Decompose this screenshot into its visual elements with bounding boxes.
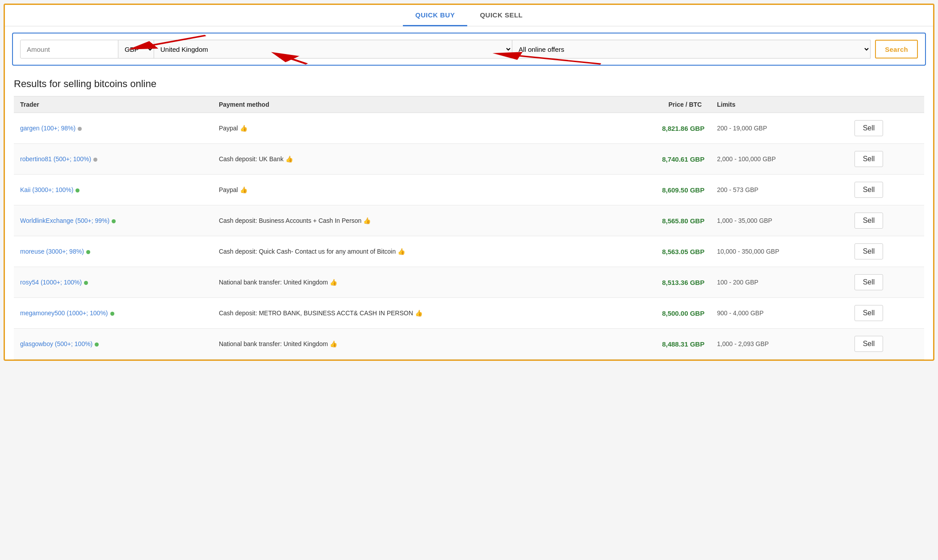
payment-method-text: Paypal bbox=[219, 186, 238, 193]
table-row: robertino81 (500+; 100%)Cash deposit: UK… bbox=[14, 144, 924, 175]
tab-quick-buy[interactable]: QUICK BUY bbox=[403, 5, 468, 26]
trader-cell: WorldlinkExchange (500+; 99%) bbox=[14, 205, 213, 236]
payment-cell: National bank transfer: United Kingdom👍 bbox=[213, 267, 610, 298]
table-header-row: Trader Payment method Price / BTC Limits bbox=[14, 96, 924, 113]
payment-cell: Cash deposit: METRO BANK, BUSINESS ACCT&… bbox=[213, 298, 610, 329]
online-status-dot bbox=[75, 188, 80, 192]
thumbs-up-icon: 👍 bbox=[415, 309, 423, 317]
price-value: 8,821.86 GBP bbox=[662, 125, 704, 132]
limits-cell: 900 - 4,000 GBP bbox=[711, 298, 848, 329]
results-title: Results for selling bitcoins online bbox=[14, 78, 924, 90]
payment-method-text: National bank transfer: United Kingdom bbox=[219, 279, 328, 286]
payment-cell: National bank transfer: United Kingdom👍 bbox=[213, 329, 610, 359]
thumbs-up-icon: 👍 bbox=[363, 217, 371, 224]
trader-name[interactable]: glasgowboy (500+; 100%) bbox=[20, 340, 92, 347]
price-value: 8,488.31 GBP bbox=[662, 340, 704, 348]
payment-cell: Cash deposit: UK Bank👍 bbox=[213, 144, 610, 175]
table-row: rosy54 (1000+; 100%)National bank transf… bbox=[14, 267, 924, 298]
col-action bbox=[848, 96, 924, 113]
sell-cell: Sell bbox=[848, 113, 924, 144]
sell-cell: Sell bbox=[848, 236, 924, 267]
sell-cell: Sell bbox=[848, 175, 924, 205]
price-cell: 8,500.00 GBP bbox=[610, 298, 711, 329]
online-status-dot bbox=[93, 158, 97, 162]
thumbs-up-icon: 👍 bbox=[240, 125, 247, 132]
limits-cell: 10,000 - 350,000 GBP bbox=[711, 236, 848, 267]
online-status-dot bbox=[86, 250, 90, 254]
sell-button[interactable]: Sell bbox=[854, 120, 884, 136]
sell-cell: Sell bbox=[848, 205, 924, 236]
tabs-bar: QUICK BUY QUICK SELL bbox=[5, 5, 933, 26]
payment-method-text: Cash deposit: UK Bank bbox=[219, 155, 284, 163]
col-payment: Payment method bbox=[213, 96, 610, 113]
table-row: megamoney500 (1000+; 100%)Cash deposit: … bbox=[14, 298, 924, 329]
currency-select[interactable]: GBP USD EUR bbox=[118, 40, 154, 59]
sell-button[interactable]: Sell bbox=[854, 243, 884, 259]
limits-cell: 1,000 - 35,000 GBP bbox=[711, 205, 848, 236]
price-cell: 8,565.80 GBP bbox=[610, 205, 711, 236]
online-status-dot bbox=[84, 281, 88, 285]
offers-select[interactable]: All online offers Paypal Bank transfer bbox=[512, 40, 871, 59]
table-row: moreuse (3000+; 98%)Cash deposit: Quick … bbox=[14, 236, 924, 267]
price-cell: 8,740.61 GBP bbox=[610, 144, 711, 175]
online-status-dot bbox=[110, 312, 114, 316]
payment-method-text: Paypal bbox=[219, 125, 238, 132]
sell-cell: Sell bbox=[848, 329, 924, 359]
online-status-dot bbox=[112, 219, 116, 223]
col-limits: Limits bbox=[711, 96, 848, 113]
price-cell: 8,513.36 GBP bbox=[610, 267, 711, 298]
thumbs-up-icon: 👍 bbox=[330, 340, 337, 347]
online-status-dot bbox=[78, 127, 82, 131]
trader-name[interactable]: rosy54 (1000+; 100%) bbox=[20, 279, 82, 286]
sell-button[interactable]: Sell bbox=[854, 336, 884, 352]
thumbs-up-icon: 👍 bbox=[240, 186, 247, 193]
thumbs-up-icon: 👍 bbox=[285, 155, 293, 163]
trader-name[interactable]: moreuse (3000+; 98%) bbox=[20, 248, 84, 255]
trader-name[interactable]: gargen (100+; 98%) bbox=[20, 125, 75, 132]
trader-name[interactable]: robertino81 (500+; 100%) bbox=[20, 155, 91, 163]
limits-cell: 200 - 19,000 GBP bbox=[711, 113, 848, 144]
trader-cell: gargen (100+; 98%) bbox=[14, 113, 213, 144]
sell-button[interactable]: Sell bbox=[854, 274, 884, 290]
price-cell: 8,609.50 GBP bbox=[610, 175, 711, 205]
limits-cell: 100 - 200 GBP bbox=[711, 267, 848, 298]
trader-cell: megamoney500 (1000+; 100%) bbox=[14, 298, 213, 329]
col-price: Price / BTC bbox=[610, 96, 711, 113]
sell-cell: Sell bbox=[848, 144, 924, 175]
table-row: Kaii (3000+; 100%)Paypal👍8,609.50 GBP200… bbox=[14, 175, 924, 205]
payment-cell: Cash deposit: Quick Cash- Contact us for… bbox=[213, 236, 610, 267]
thumbs-up-icon: 👍 bbox=[398, 248, 405, 255]
results-section: Results for selling bitcoins online Trad… bbox=[5, 72, 933, 359]
trader-cell: glasgowboy (500+; 100%) bbox=[14, 329, 213, 359]
sell-button[interactable]: Sell bbox=[854, 182, 884, 198]
sell-cell: Sell bbox=[848, 298, 924, 329]
online-status-dot bbox=[95, 343, 99, 347]
sell-button[interactable]: Sell bbox=[854, 213, 884, 229]
main-container: QUICK BUY QUICK SELL GBP USD EUR United … bbox=[4, 4, 934, 361]
search-area: GBP USD EUR United Kingdom United States… bbox=[12, 33, 926, 66]
payment-cell: Paypal👍 bbox=[213, 113, 610, 144]
limits-cell: 2,000 - 100,000 GBP bbox=[711, 144, 848, 175]
col-trader: Trader bbox=[14, 96, 213, 113]
payment-cell: Cash deposit: Business Accounts + Cash I… bbox=[213, 205, 610, 236]
price-value: 8,500.00 GBP bbox=[662, 309, 704, 317]
trader-cell: robertino81 (500+; 100%) bbox=[14, 144, 213, 175]
price-value: 8,513.36 GBP bbox=[662, 279, 704, 286]
tab-quick-sell[interactable]: QUICK SELL bbox=[467, 5, 535, 26]
price-value: 8,565.80 GBP bbox=[662, 217, 704, 225]
limits-cell: 200 - 573 GBP bbox=[711, 175, 848, 205]
sell-button[interactable]: Sell bbox=[854, 305, 884, 321]
payment-method-text: Cash deposit: Business Accounts + Cash I… bbox=[219, 217, 361, 224]
country-select[interactable]: United Kingdom United States Germany bbox=[154, 40, 512, 59]
price-value: 8,563.05 GBP bbox=[662, 248, 704, 255]
search-button[interactable]: Search bbox=[875, 40, 918, 59]
limits-cell: 1,000 - 2,093 GBP bbox=[711, 329, 848, 359]
price-value: 8,740.61 GBP bbox=[662, 155, 704, 163]
trader-name[interactable]: WorldlinkExchange (500+; 99%) bbox=[20, 217, 109, 224]
trader-name[interactable]: Kaii (3000+; 100%) bbox=[20, 186, 73, 193]
payment-cell: Paypal👍 bbox=[213, 175, 610, 205]
sell-button[interactable]: Sell bbox=[854, 151, 884, 167]
trader-name[interactable]: megamoney500 (1000+; 100%) bbox=[20, 309, 108, 317]
price-cell: 8,821.86 GBP bbox=[610, 113, 711, 144]
amount-input[interactable] bbox=[20, 40, 118, 59]
